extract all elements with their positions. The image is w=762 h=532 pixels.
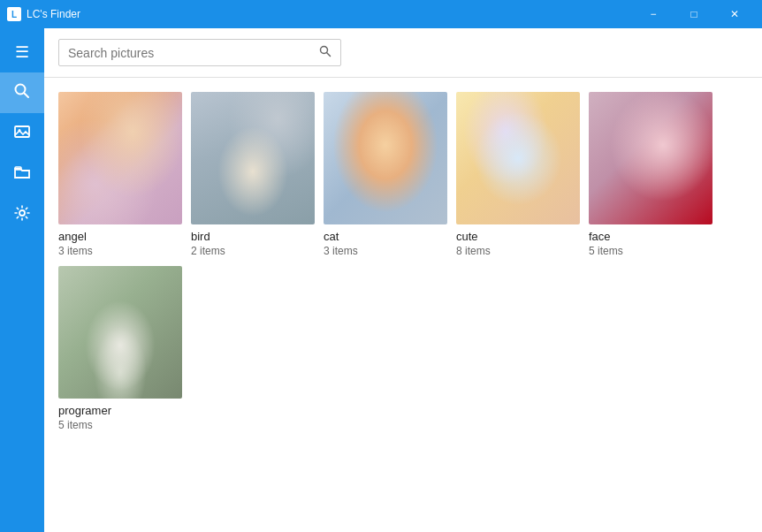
- search-nav-icon: [13, 82, 31, 104]
- gallery-item-bird[interactable]: bird 2 items: [191, 92, 315, 257]
- gallery-label-cat: cat: [324, 230, 447, 243]
- folders-nav-icon: [13, 163, 31, 186]
- gallery-label-face: face: [589, 230, 712, 243]
- thumb-overlay-face: [589, 92, 712, 224]
- gallery-thumb-cat: [324, 92, 447, 224]
- titlebar: L LC's Finder − □ ✕: [0, 0, 762, 28]
- gallery-item-cat[interactable]: cat 3 items: [324, 92, 447, 257]
- thumb-overlay-angel: [58, 92, 182, 224]
- sidebar-item-folders[interactable]: [0, 154, 44, 194]
- window-controls: − □ ✕: [633, 0, 755, 28]
- gallery-item-cute[interactable]: cute 8 items: [456, 92, 580, 257]
- menu-icon: ☰: [15, 42, 29, 62]
- sidebar-item-settings[interactable]: [0, 194, 44, 235]
- thumb-overlay-cute: [456, 92, 580, 224]
- settings-nav-icon: [13, 204, 31, 226]
- gallery-grid: angel 3 items bird 2 items cat 3 items c…: [44, 78, 762, 532]
- gallery-count-angel: 3 items: [58, 245, 182, 257]
- gallery-item-angel[interactable]: angel 3 items: [58, 92, 182, 257]
- app-icon: L: [7, 7, 21, 21]
- gallery-label-bird: bird: [191, 230, 315, 243]
- gallery-count-cat: 3 items: [324, 245, 447, 257]
- search-bar: [44, 28, 762, 78]
- search-input-wrap: [58, 39, 341, 66]
- gallery-thumb-angel: [58, 92, 182, 224]
- search-input[interactable]: [68, 46, 319, 60]
- thumb-overlay-bird: [191, 92, 315, 224]
- gallery-thumb-programer: [58, 266, 182, 399]
- thumb-overlay-programer: [58, 266, 182, 399]
- gallery-label-cute: cute: [456, 230, 580, 243]
- sidebar: ☰: [0, 28, 44, 532]
- svg-line-1: [25, 93, 29, 97]
- gallery-thumb-face: [589, 92, 712, 224]
- search-submit-button[interactable]: [319, 45, 331, 60]
- gallery-label-angel: angel: [58, 230, 182, 243]
- maximize-button[interactable]: □: [674, 0, 714, 28]
- minimize-button[interactable]: −: [633, 0, 674, 28]
- svg-point-5: [19, 210, 25, 216]
- gallery-thumb-cute: [456, 92, 580, 224]
- gallery-label-programer: programer: [58, 404, 182, 417]
- svg-line-7: [327, 53, 331, 57]
- main-content: angel 3 items bird 2 items cat 3 items c…: [44, 28, 762, 532]
- app-title: LC's Finder: [27, 8, 633, 20]
- menu-toggle-button[interactable]: ☰: [0, 32, 44, 72]
- gallery-count-cute: 8 items: [456, 245, 580, 257]
- thumb-overlay-cat: [324, 92, 447, 224]
- gallery-count-face: 5 items: [589, 245, 712, 257]
- images-nav-icon: [13, 123, 31, 145]
- svg-rect-2: [15, 126, 29, 137]
- gallery-count-bird: 2 items: [191, 245, 315, 257]
- app-body: ☰: [0, 28, 762, 532]
- gallery-item-face[interactable]: face 5 items: [589, 92, 712, 257]
- close-button[interactable]: ✕: [714, 0, 755, 28]
- sidebar-item-images[interactable]: [0, 113, 44, 154]
- gallery-item-programer[interactable]: programer 5 items: [58, 266, 182, 431]
- gallery-count-programer: 5 items: [58, 419, 182, 431]
- sidebar-item-search[interactable]: [0, 72, 44, 113]
- gallery-thumb-bird: [191, 92, 315, 224]
